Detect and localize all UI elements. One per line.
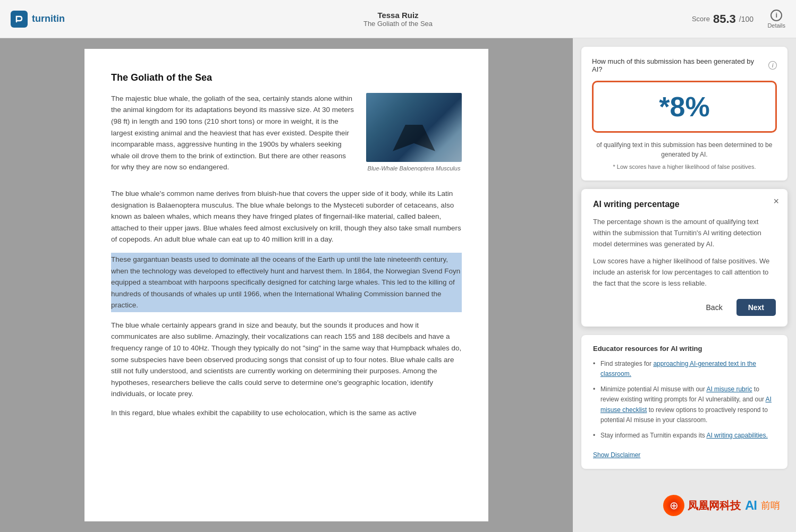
edu-list-item-3: Stay informed as Turnitin expands its AI… <box>593 431 776 441</box>
edu-list-item-2: Minimize potential AI misuse with our AI… <box>593 384 776 425</box>
watermark: ⊕ 凤凰网科技 AI 前哨 <box>663 495 780 516</box>
score-total: /100 <box>739 15 753 23</box>
ai-percentage-box: *8% <box>592 81 777 133</box>
image-caption: Blue-Whale Baloenoptera Musculus <box>366 164 462 174</box>
details-label: Details <box>767 22 785 29</box>
watermark-company: 凤凰网科技 <box>688 499 741 513</box>
logo-text: turnitin <box>32 13 65 24</box>
ai-score-card: How much of this submission has been gen… <box>581 47 787 181</box>
score-label: Score <box>692 15 710 23</box>
whale-image <box>366 93 462 162</box>
popup-body-1: The percentage shown is the amount of qu… <box>593 217 776 250</box>
student-name: Tessa Ruiz <box>363 11 433 20</box>
educator-resources: Educator resources for AI writing Find s… <box>581 335 787 469</box>
document-title: The Goliath of the Sea <box>111 70 462 85</box>
details-button[interactable]: i Details <box>767 10 785 29</box>
info-icon: i <box>770 10 782 21</box>
score-area: Score 85.3 /100 <box>692 12 753 26</box>
edu-list-item-1: Find strategies for approaching AI-gener… <box>593 359 776 379</box>
doc-title: The Goliath of the Sea <box>363 20 433 28</box>
intro-text-col: The majestic blue whale, the goliath of … <box>111 93 355 181</box>
phoenix-icon: ⊕ <box>663 495 684 516</box>
close-button[interactable]: × <box>773 196 779 206</box>
paragraph-5: In this regard, blue whales exhibit the … <box>111 407 462 419</box>
paragraph-4: The blue whale certainly appears grand i… <box>111 320 462 400</box>
paragraph-3-highlighted: These gargantuan beasts used to dominate… <box>111 253 462 312</box>
ai-info-icon[interactable]: i <box>768 61 777 70</box>
next-button[interactable]: Next <box>736 299 776 316</box>
turnitin-logo-icon <box>11 11 28 28</box>
header-center: Tessa Ruiz The Goliath of the Sea <box>363 11 433 28</box>
ai-question-text: How much of this submission has been gen… <box>592 57 765 73</box>
ai-description: of qualifying text in this submission ha… <box>592 140 777 159</box>
show-disclaimer-link[interactable]: Show Disclaimer <box>593 451 640 459</box>
header: turnitin Tessa Ruiz The Goliath of the S… <box>0 0 796 38</box>
popup-actions: Back Next <box>593 299 776 316</box>
watermark-brand-rest: 前哨 <box>761 499 780 512</box>
intro-section: The majestic blue whale, the goliath of … <box>111 93 462 181</box>
ai-note: * Low scores have a higher likelihood of… <box>592 164 777 170</box>
edu-item-1-prefix: Find strategies for <box>600 360 653 367</box>
paragraph-2: The blue whale's common name derives fro… <box>111 188 462 245</box>
edu-item-3-prefix: Stay informed as Turnitin expands its <box>600 432 706 439</box>
right-panel: How much of this submission has been gen… <box>573 38 796 532</box>
main-content: The Goliath of the Sea The majestic blue… <box>0 38 796 532</box>
score-value: 85.3 <box>713 12 736 26</box>
edu-item-2-prefix: Minimize potential AI misuse with our <box>600 385 706 393</box>
educator-resources-title: Educator resources for AI writing <box>593 345 776 353</box>
educator-resources-list: Find strategies for approaching AI-gener… <box>593 359 776 441</box>
ai-writing-popup: × AI writing percentage The percentage s… <box>581 189 787 327</box>
document-page: The Goliath of the Sea The majestic blue… <box>84 49 488 521</box>
ai-percentage-value: *8% <box>659 91 709 123</box>
popup-title: AI writing percentage <box>593 200 776 209</box>
document-panel: The Goliath of the Sea The majestic blue… <box>0 38 573 532</box>
watermark-logo: ⊕ 凤凰网科技 <box>663 495 741 516</box>
popup-body-2: Low scores have a higher likelihood of f… <box>593 256 776 289</box>
ai-score-header: How much of this submission has been gen… <box>592 57 777 73</box>
edu-link-3[interactable]: AI writing capabilities. <box>706 432 767 439</box>
back-button[interactable]: Back <box>698 299 731 316</box>
logo: turnitin <box>11 11 65 28</box>
image-col: Blue-Whale Baloenoptera Musculus <box>366 93 462 181</box>
watermark-brand-ai: AI <box>745 498 757 513</box>
paragraph-1: The majestic blue whale, the goliath of … <box>111 93 355 173</box>
edu-link-2a[interactable]: AI misuse rubric <box>706 385 752 393</box>
